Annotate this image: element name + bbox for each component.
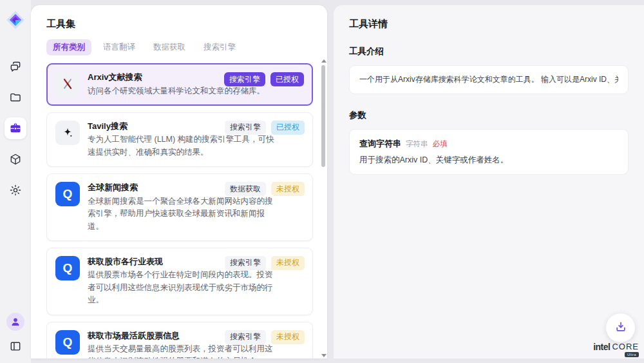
sidebar-item-folder[interactable] — [5, 86, 26, 108]
param-box: 查询字符串 字符串 必填 用于搜索的Arxiv ID、关键字或作者姓名。 — [349, 129, 629, 175]
sidebar-item-chat[interactable] — [5, 55, 26, 77]
cube-icon — [9, 153, 22, 166]
category-badge: 搜索引擎 — [225, 256, 266, 270]
tool-description: 提供当天交易量最高的股票列表，投资者可以利用这些信息来识别流动性强的股票和潜在的… — [88, 343, 277, 358]
collapse-panel-icon — [9, 340, 22, 353]
arxiv-icon — [55, 72, 80, 96]
tab-0[interactable]: 所有类别 — [46, 39, 91, 55]
auth-status-badge: 未授权 — [271, 330, 305, 344]
toolbox-icon — [9, 122, 22, 135]
tool-card[interactable]: Tavily搜索 专为人工智能代理 (LLM) 构建的搜索引擎工具，可快速提供实… — [46, 112, 313, 167]
tool-card[interactable]: Arxiv文献搜索 访问各个研究领域大量科学论文和文章的存储库。 搜索引擎 已授… — [46, 63, 313, 106]
tab-3[interactable]: 搜索引擎 — [197, 39, 242, 55]
download-button[interactable] — [606, 313, 635, 342]
chat-icon — [9, 60, 22, 73]
category-badge: 数据获取 — [225, 182, 266, 196]
auth-status-badge: 已授权 — [271, 121, 305, 135]
core-wordmark: core — [612, 342, 639, 351]
intro-heading: 工具介绍 — [349, 46, 629, 57]
user-avatar[interactable] — [6, 313, 24, 331]
sidebar-item-toolbox[interactable] — [5, 117, 26, 139]
sparkle-icon — [55, 121, 80, 145]
ultra-badge: Ultra — [625, 352, 639, 357]
tool-list: Arxiv文献搜索 访问各个研究领域大量科学论文和文章的存储库。 搜索引擎 已授… — [31, 55, 326, 358]
param-required-flag: 必填 — [433, 139, 448, 149]
app-logo-icon — [6, 10, 25, 30]
detail-title: 工具详情 — [349, 18, 629, 30]
q-blue-icon: Q — [55, 330, 80, 355]
tool-badges: 搜索引擎 未授权 — [225, 330, 305, 344]
sidebar-item-settings[interactable] — [5, 179, 26, 201]
param-name: 查询字符串 — [359, 138, 401, 150]
scroll-down-arrow[interactable] — [321, 354, 327, 357]
intro-box: 一个用于从Arxiv存储库搜索科学论文和文章的工具。 输入可以是Arxiv ID… — [349, 65, 629, 94]
user-icon — [10, 317, 21, 327]
params-heading: 参数 — [349, 110, 629, 121]
q-blue-icon: Q — [55, 182, 80, 206]
rail-nav — [5, 55, 26, 201]
tool-card[interactable]: Q 获取市场最活跃股票信息 提供当天交易量最高的股票列表，投资者可以利用这些信息… — [46, 322, 313, 358]
tool-description: 访问各个研究领域大量科学论文和文章的存储库。 — [88, 85, 265, 97]
tool-badges: 搜索引擎 未授权 — [225, 256, 305, 270]
folder-icon — [9, 91, 22, 104]
page-title: 工具集 — [46, 18, 312, 30]
q-blue-icon: Q — [55, 256, 80, 280]
tool-description: 全球新闻搜索是一个聚合全球各大新闻网站内容的搜索引擎，帮助用户快速获取全球最新资… — [88, 195, 277, 233]
tool-card[interactable]: Q 获取股市各行业表现 提供股票市场各个行业在特定时间段内的表现。投资者可以利用… — [46, 248, 313, 315]
sidebar-item-collapse-panel[interactable] — [6, 337, 24, 355]
download-icon — [614, 320, 627, 336]
tool-card[interactable]: Q 全球新闻搜索 全球新闻搜索是一个聚合全球各大新闻网站内容的搜索引擎，帮助用户… — [46, 173, 313, 241]
sidebar-item-cube[interactable] — [5, 148, 26, 170]
param-description: 用于搜索的Arxiv ID、关键字或作者姓名。 — [359, 155, 618, 166]
tool-badges: 数据获取 未授权 — [225, 182, 305, 196]
settings-icon — [9, 184, 22, 197]
tool-detail-panel: 工具详情 工具介绍 一个用于从Arxiv存储库搜索科学论文和文章的工具。 输入可… — [334, 5, 644, 358]
rail-bottom — [6, 313, 24, 355]
tools-header: 工具集 所有类别语言翻译数据获取搜索引擎 — [31, 5, 327, 55]
intro-text: 一个用于从Arxiv存储库搜索科学论文和文章的工具。 输入可以是Arxiv ID… — [359, 74, 618, 85]
intel-wordmark: intel — [593, 342, 610, 352]
tool-description: 专为人工智能代理 (LLM) 构建的搜索引擎工具，可快速提供实时、准确和真实的结… — [88, 133, 277, 159]
tool-badges: 搜索引擎 已授权 — [224, 72, 304, 86]
tool-badges: 搜索引擎 已授权 — [225, 121, 305, 135]
scroll-up-arrow[interactable] — [321, 59, 327, 63]
tab-1[interactable]: 语言翻译 — [97, 39, 142, 55]
category-badge: 搜索引擎 — [225, 121, 266, 135]
intel-core-logo: intel core Ultra — [593, 342, 639, 357]
auth-status-badge: 未授权 — [271, 182, 305, 196]
param-type: 字符串 — [406, 139, 428, 149]
scrollbar[interactable] — [320, 59, 327, 357]
auth-status-badge: 未授权 — [271, 256, 305, 270]
category-tabs: 所有类别语言翻译数据获取搜索引擎 — [46, 39, 312, 55]
tools-panel: 工具集 所有类别语言翻译数据获取搜索引擎 Arxiv文献搜索 访问各个研究领域大… — [31, 5, 327, 358]
scrollbar-thumb[interactable] — [321, 65, 325, 167]
left-rail — [0, 0, 31, 363]
category-badge: 搜索引擎 — [224, 72, 265, 86]
tab-2[interactable]: 数据获取 — [147, 39, 192, 55]
tool-description: 提供股票市场各个行业在特定时间段内的表现。投资者可以利用这些信息来识别表现优于或… — [88, 269, 277, 306]
auth-status-badge: 已授权 — [270, 72, 304, 86]
category-badge: 搜索引擎 — [225, 330, 266, 344]
